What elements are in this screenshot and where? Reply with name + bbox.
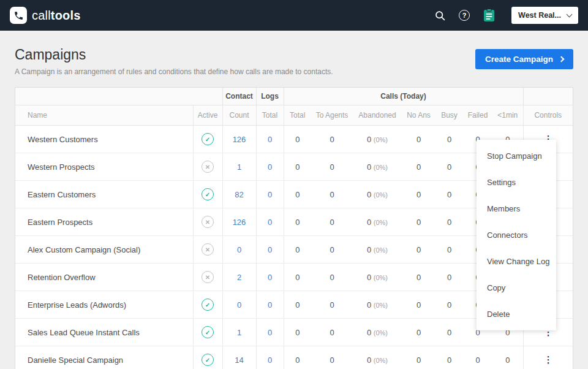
context-menu-item[interactable]: Settings <box>477 169 556 196</box>
calltools-logo[interactable]: calltools <box>10 7 81 24</box>
calls-total: 0 <box>284 126 311 153</box>
calls-no-ans: 0 <box>402 181 435 208</box>
logs-total-link[interactable]: 0 <box>268 273 272 282</box>
contact-count-link[interactable]: 0 <box>237 300 241 310</box>
tasks-clipboard-icon[interactable] <box>482 9 496 22</box>
calls-to-agents: 0 <box>311 126 353 153</box>
active-check-icon[interactable]: ✓ <box>202 133 214 145</box>
calls-busy: 0 <box>435 236 463 264</box>
page-subtitle: A Campaign is an arrangement of rules an… <box>15 67 333 76</box>
group-header-contact: Contact <box>222 88 256 105</box>
active-check-icon[interactable]: ✓ <box>202 299 214 311</box>
context-menu-item[interactable]: View Change Log <box>477 248 556 275</box>
account-selector-label: West Real... <box>518 11 561 20</box>
logs-total-link[interactable]: 0 <box>268 245 272 254</box>
calls-to-agents: 0 <box>311 208 353 236</box>
calls-busy: 0 <box>435 291 463 319</box>
calls-busy: 0 <box>435 153 463 181</box>
chevron-down-icon <box>567 12 573 18</box>
campaign-name: Danielle Special Campaign <box>15 346 193 369</box>
context-menu-item[interactable]: Members <box>477 196 556 222</box>
col-header-total[interactable]: Total <box>284 105 311 126</box>
contact-count-link[interactable]: 1 <box>237 328 241 337</box>
calls-lt1min: 0 <box>492 346 523 369</box>
active-check-icon[interactable]: ✓ <box>202 326 214 338</box>
question-mark-icon: ? <box>459 10 470 21</box>
logs-total-link[interactable]: 0 <box>268 162 272 172</box>
col-header-active[interactable]: Active <box>193 105 222 126</box>
row-controls-kebab-icon[interactable]: ⋮ <box>544 354 552 365</box>
logs-total-link[interactable]: 0 <box>268 218 272 227</box>
active-check-icon[interactable]: ✓ <box>202 354 214 366</box>
contact-count-link[interactable]: 82 <box>235 190 243 199</box>
contact-count-link[interactable]: 2 <box>237 273 241 282</box>
contact-count-cell: 126 <box>222 126 256 153</box>
contact-count-cell: 126 <box>222 208 256 236</box>
logs-total-link[interactable]: 0 <box>268 190 272 199</box>
abandoned-percent: (0%) <box>374 302 388 309</box>
controls-cell: ⋮ <box>523 346 573 369</box>
calls-busy: 0 <box>435 264 463 291</box>
abandoned-percent: (0%) <box>374 246 388 254</box>
active-cell: ✓ <box>193 346 222 369</box>
account-selector-dropdown[interactable]: West Real... <box>511 7 578 24</box>
inactive-x-icon[interactable]: ✕ <box>202 243 214 256</box>
campaign-name: Eastern Customers <box>15 181 193 208</box>
logs-total-cell: 0 <box>256 153 284 181</box>
calls-no-ans: 0 <box>402 153 435 181</box>
calls-busy: 0 <box>435 346 463 369</box>
contact-count-link[interactable]: 14 <box>235 356 243 365</box>
calls-to-agents: 0 <box>311 181 353 208</box>
calls-no-ans: 0 <box>402 346 435 369</box>
calls-abandoned: 0 (0%) <box>353 236 402 264</box>
logs-total-link[interactable]: 0 <box>268 135 272 144</box>
context-menu-item[interactable]: Connectors <box>477 222 556 248</box>
col-header-busy[interactable]: Busy <box>435 105 463 126</box>
phone-bubble-icon <box>10 7 27 24</box>
col-header-failed[interactable]: Failed <box>463 105 492 126</box>
chevron-right-icon <box>559 56 565 63</box>
col-header-count[interactable]: Count <box>222 105 256 126</box>
campaign-name: Alex Custom Campaign (Social) <box>15 236 193 264</box>
context-menu-item[interactable]: Stop Campaign <box>477 143 556 169</box>
abandoned-percent: (0%) <box>374 191 388 199</box>
abandoned-percent: (0%) <box>374 219 388 226</box>
contact-count-link[interactable]: 0 <box>237 245 241 254</box>
col-header-logs-total[interactable]: Total <box>256 105 284 126</box>
campaign-name: Western Customers <box>15 126 193 153</box>
inactive-x-icon[interactable]: ✕ <box>202 216 214 228</box>
col-header-name[interactable]: Name <box>15 105 193 126</box>
calls-abandoned: 0 (0%) <box>353 291 402 319</box>
inactive-x-icon[interactable]: ✕ <box>202 161 214 173</box>
context-menu-item[interactable]: Copy <box>477 275 556 301</box>
create-campaign-button[interactable]: Create Campaign <box>475 49 573 69</box>
contact-count-link[interactable]: 1 <box>237 162 241 172</box>
logs-total-cell: 0 <box>256 208 284 236</box>
contact-count-link[interactable]: 126 <box>233 218 246 227</box>
active-cell: ✕ <box>193 208 222 236</box>
abandoned-percent: (0%) <box>374 274 388 281</box>
logs-total-link[interactable]: 0 <box>268 328 272 337</box>
logs-total-link[interactable]: 0 <box>268 356 272 365</box>
help-icon[interactable]: ? <box>458 9 471 22</box>
col-header-to-agents[interactable]: To Agents <box>311 105 353 126</box>
active-cell: ✓ <box>193 291 222 319</box>
inactive-x-icon[interactable]: ✕ <box>202 271 214 283</box>
contact-count-cell: 82 <box>222 181 256 208</box>
context-menu-item[interactable]: Delete <box>477 301 556 327</box>
calls-total: 0 <box>284 236 311 264</box>
contact-count-link[interactable]: 126 <box>233 135 246 144</box>
calls-no-ans: 0 <box>402 208 435 236</box>
col-header-no-ans[interactable]: No Ans <box>402 105 435 126</box>
col-header-lt1min[interactable]: <1min <box>492 105 523 126</box>
calls-total: 0 <box>284 208 311 236</box>
logs-total-link[interactable]: 0 <box>268 300 272 310</box>
contact-count-cell: 0 <box>222 291 256 319</box>
group-header-spacer <box>15 88 222 105</box>
contact-count-cell: 2 <box>222 264 256 291</box>
col-header-abandoned[interactable]: Abandoned <box>353 105 402 126</box>
campaign-name: Enterprise Leads (Adwords) <box>15 291 193 319</box>
search-icon[interactable] <box>433 9 447 22</box>
active-check-icon[interactable]: ✓ <box>202 188 214 200</box>
col-header-controls: Controls <box>523 105 573 126</box>
